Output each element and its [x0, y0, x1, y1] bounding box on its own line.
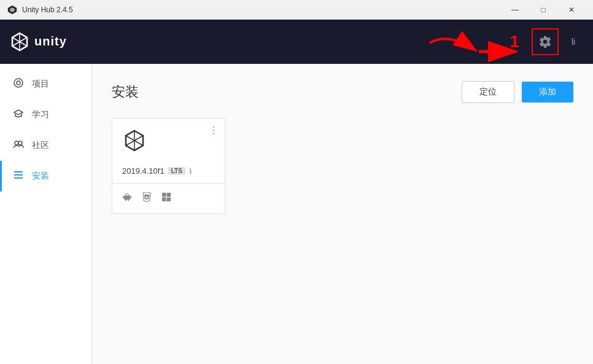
app-icon [7, 5, 17, 15]
app-container: unity 1 li [0, 20, 593, 364]
windows-icon [161, 192, 171, 204]
svg-point-10 [15, 141, 18, 145]
sidebar: 项目 学习 [0, 64, 92, 364]
card-menu-button[interactable]: ⋮ [209, 125, 219, 136]
learn-icon [12, 108, 25, 122]
svg-point-9 [17, 81, 20, 85]
gear-icon [538, 35, 552, 48]
sidebar-item-community[interactable]: 社区 [0, 130, 91, 161]
gear-button-container [532, 28, 559, 55]
svg-rect-20 [131, 196, 132, 198]
projects-label: 项目 [32, 79, 49, 90]
svg-rect-27 [162, 198, 166, 202]
svg-point-24 [128, 195, 128, 195]
info-icon[interactable]: ℹ [189, 167, 192, 176]
projects-icon [12, 77, 25, 91]
window-title: Unity Hub 2.4.5 [22, 6, 501, 14]
learn-label: 学习 [32, 109, 49, 120]
svg-rect-22 [128, 200, 130, 201]
sidebar-item-installs[interactable]: 安装 [0, 161, 91, 192]
profile-button[interactable]: li [564, 32, 583, 52]
card-top-section: ⋮ 2019.4.10f1 LTS ℹ [112, 118, 225, 184]
svg-point-8 [14, 79, 23, 87]
maximize-button[interactable]: □ [529, 0, 557, 20]
installs-icon [12, 169, 25, 183]
add-button[interactable]: 添加 [522, 82, 573, 103]
svg-rect-25 [162, 193, 166, 197]
version-number: 2019.4.10f1 [122, 166, 165, 176]
minimize-button[interactable]: — [501, 0, 529, 20]
locate-button[interactable]: 定位 [462, 81, 514, 103]
unity-logo-icon [10, 32, 29, 52]
lts-badge: LTS [168, 167, 185, 175]
page-title: 安装 [112, 83, 462, 101]
card-version: 2019.4.10f1 LTS ℹ [122, 166, 215, 176]
sidebar-item-learn[interactable]: 学习 [0, 99, 91, 130]
close-button[interactable]: ✕ [557, 0, 586, 20]
android-icon [122, 192, 132, 204]
svg-rect-21 [125, 200, 126, 201]
content-area: 项目 学习 [0, 64, 593, 364]
unity-logo: unity [10, 32, 67, 52]
svg-rect-26 [167, 193, 171, 197]
sidebar-item-projects[interactable]: 项目 [0, 69, 91, 99]
svg-rect-28 [167, 198, 171, 202]
logo-text: unity [34, 34, 67, 48]
svg-point-23 [126, 195, 126, 195]
card-bottom-section [112, 184, 225, 213]
main-header: 安装 定位 添加 [112, 81, 573, 103]
main-content: 安装 定位 添加 ⋮ 2019.4.10f1 [92, 64, 593, 364]
card-unity-icon [122, 128, 147, 153]
svg-point-11 [18, 141, 22, 145]
gear-settings-button[interactable] [534, 31, 556, 53]
install-card: ⋮ 2019.4.10f1 LTS ℹ [112, 118, 225, 214]
html5-icon [142, 192, 152, 204]
window-controls: — □ ✕ [501, 0, 586, 20]
header: unity 1 li [0, 20, 593, 64]
annotation-number: 1 [510, 32, 519, 52]
community-icon [12, 139, 25, 152]
title-bar: Unity Hub 2.4.5 — □ ✕ [0, 0, 593, 20]
installs-label: 安装 [32, 171, 49, 182]
svg-rect-19 [123, 196, 124, 198]
community-label: 社区 [32, 140, 49, 151]
